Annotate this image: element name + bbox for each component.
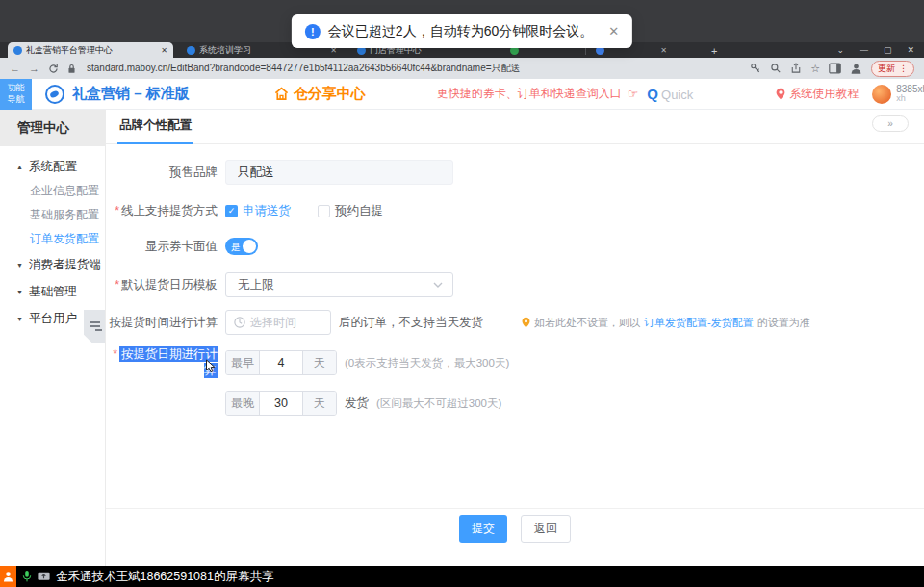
chevron-down-icon: ▼ — [16, 289, 23, 295]
close-button[interactable]: ✕ — [907, 45, 914, 55]
toggle-on-label: 是 — [231, 242, 241, 254]
checkbox-self-pickup-unchecked[interactable] — [318, 205, 330, 217]
tip-link[interactable]: 订单发货配置-发货配置 — [644, 316, 754, 330]
screen: 礼盒营销平台管理中心 ✕ 系统培训学习 ✕ 门店管理中心 ✕ + ⌄ — ▢ ✕ — [0, 0, 924, 587]
select-value: 无上限 — [238, 277, 274, 294]
brand-logo — [45, 85, 64, 104]
sidebar-group-basic-management[interactable]: ▼ 基础管理 — [0, 278, 105, 305]
latest-days-input[interactable] — [260, 392, 302, 415]
tutorial-label: 系统使用教程 — [789, 86, 859, 102]
checkbox-delivery-checked[interactable]: ✓ — [225, 205, 238, 217]
chevron-down-icon: ▼ — [16, 262, 23, 268]
screen-share-bar: 金禾通技术王斌18662591081的屏幕共享 — [0, 566, 924, 587]
earliest-prefix: 最早 — [226, 351, 260, 374]
field-label: *按提货日期进行计算 — [106, 346, 218, 379]
sidebar-group-consumer-pickup[interactable]: ▼ 消费者提货端 — [0, 251, 105, 278]
sharer-avatar-icon[interactable] — [0, 566, 16, 587]
zoom-icon[interactable] — [770, 63, 782, 74]
mouse-cursor — [205, 359, 216, 373]
sidebar-item-enterprise-info[interactable]: 企业信息配置 — [0, 179, 105, 203]
form-row-by-date-latest: 最晚 天 发货 (区间最大不可超过300天) — [106, 391, 924, 416]
hamburger-icon — [90, 321, 100, 323]
tab-close-icon[interactable]: ✕ — [660, 46, 667, 55]
clock-icon — [234, 317, 245, 328]
field-label-text: 线上支持提货方式 — [121, 204, 218, 217]
field-label: 显示券卡面值 — [106, 239, 218, 255]
config-form: 预售品牌 *线上支持提货方式 ✓ 申请送货 预约自提 显示券卡面值 — [106, 144, 924, 416]
sidebar: 管理中心 ▲ 系统配置 企业信息配置 基础服务配置 订单发货配置 ▼ 消费者提货… — [0, 110, 106, 566]
field-label: 按提货时间进行计算 — [106, 315, 218, 331]
field-label-text: 默认提货日历模板 — [121, 278, 218, 292]
side-panel-icon[interactable] — [829, 63, 841, 74]
url-field[interactable]: standard.maboy.cn/EditBand?brandcode=844… — [87, 62, 741, 75]
quick-search-link[interactable]: Q Quick — [647, 86, 693, 102]
forward-icon[interactable]: → — [29, 63, 39, 74]
screen-share-text: 金禾通技术王斌18662591081的屏幕共享 — [56, 569, 273, 585]
panel-collapse-button[interactable]: » — [872, 115, 909, 132]
chrome-update-button[interactable]: 更新 ⋮ — [871, 61, 914, 77]
tab-favicon — [13, 46, 22, 55]
bookmark-star-icon[interactable]: ☆ — [810, 63, 820, 75]
earliest-days-input[interactable] — [260, 351, 302, 374]
calendar-template-select[interactable]: 无上限 — [225, 272, 453, 297]
system-tutorial-link[interactable]: 系统使用教程 — [776, 86, 859, 102]
share-center-label: 仓分享中心 — [294, 85, 366, 103]
tab-favicon — [187, 46, 195, 55]
kebab-menu-icon: ⋮ — [899, 64, 908, 73]
user-subname: xh — [896, 94, 924, 104]
by-time-suffix-text: 后的订单，不支持当天发货 — [339, 315, 483, 331]
tab-gift-admin[interactable]: 礼盒营销平台管理中心 ✕ — [8, 42, 173, 58]
function-nav-button[interactable]: 功能 导航 — [0, 79, 32, 110]
sidebar-item-label: 基础服务配置 — [30, 207, 99, 223]
time-picker-input[interactable]: 选择时间 — [225, 310, 331, 335]
checkbox-label-self-pickup[interactable]: 预约自提 — [335, 203, 383, 219]
minimize-button[interactable]: — — [860, 45, 868, 55]
key-icon[interactable] — [750, 63, 761, 74]
form-row-presale-brand: 预售品牌 — [106, 160, 924, 185]
form-row-face-value: 显示券卡面值 是 — [106, 237, 924, 256]
sidebar-group-label: 系统配置 — [29, 159, 77, 175]
sidebar-collapse-handle[interactable] — [84, 310, 105, 343]
share-icon[interactable] — [790, 63, 802, 74]
toast-message: 会议已超过2人，自动转为60分钟限时会议。 — [328, 23, 593, 40]
sidebar-item-label: 企业信息配置 — [30, 183, 99, 199]
sidebar-item-basic-service[interactable]: 基础服务配置 — [0, 203, 105, 227]
sidebar-group-label: 基础管理 — [29, 284, 77, 300]
tab-close-icon[interactable]: ✕ — [161, 46, 167, 55]
user-avatar[interactable] — [872, 85, 891, 104]
browser-menu-icon[interactable]: ⌄ — [836, 45, 844, 55]
tab-brand-personal-config[interactable]: 品牌个性配置 — [117, 117, 193, 144]
face-value-toggle-on[interactable]: 是 — [225, 238, 258, 255]
window-controls: ⌄ — ▢ ✕ — [836, 42, 914, 58]
microphone-icon — [22, 570, 32, 583]
toast-close-icon[interactable]: ✕ — [608, 24, 619, 38]
sidebar-title: 管理中心 — [0, 110, 105, 146]
field-label-text-selected: 按提货日期进行计算 — [119, 346, 218, 378]
back-button[interactable]: 返回 — [521, 515, 571, 543]
form-row-by-date-earliest: *按提货日期进行计算 最早 天 (0表示支持当天发货，最大300天) — [106, 346, 924, 379]
quick-entry-promo-text: 更快捷的券卡、订单和快递查询入口 — [437, 86, 622, 102]
required-asterisk: * — [115, 278, 119, 292]
sidebar-group-label: 平台用户 — [29, 311, 77, 327]
back-icon[interactable]: ← — [10, 63, 20, 74]
presale-brand-input[interactable] — [225, 160, 453, 185]
sidebar-item-label: 订单发货配置 — [30, 231, 99, 247]
nav-toggle-line1: 功能 — [8, 83, 25, 93]
warehouse-share-center-link[interactable]: 仓分享中心 — [274, 85, 366, 103]
hamburger-icon — [95, 329, 102, 331]
main-content: 品牌个性配置 » 预售品牌 *线上支持提货方式 ✓ 申请送货 预约自提 — [106, 110, 924, 566]
profile-icon[interactable] — [850, 63, 862, 75]
submit-button[interactable]: 提交 — [459, 515, 507, 543]
required-asterisk: * — [115, 204, 119, 217]
sidebar-group-system-config[interactable]: ▲ 系统配置 — [0, 154, 105, 179]
new-tab-button[interactable]: + — [711, 45, 717, 57]
reload-icon[interactable] — [48, 64, 59, 74]
checkbox-label-delivery[interactable]: 申请送货 — [243, 203, 291, 219]
field-label: *线上支持提货方式 — [106, 203, 218, 219]
sidebar-item-order-delivery[interactable]: 订单发货配置 — [0, 227, 105, 251]
hamburger-icon — [90, 325, 100, 327]
brand-logo-mark — [49, 89, 60, 98]
earliest-unit: 天 — [302, 351, 336, 374]
warehouse-icon — [274, 87, 289, 101]
maximize-button[interactable]: ▢ — [884, 45, 892, 55]
